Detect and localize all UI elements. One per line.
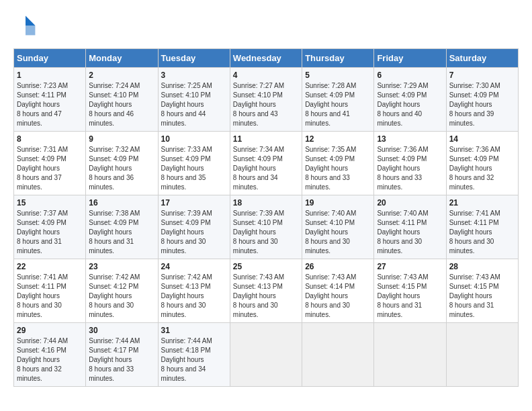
day-number: 26 [305,262,371,271]
day-number: 24 [161,262,227,271]
day-info: Sunrise: 7:41 AMSunset: 4:11 PMDaylight … [449,209,515,256]
day-info: Sunrise: 7:27 AMSunset: 4:10 PMDaylight … [233,81,299,128]
calendar-table: SundayMondayTuesdayWednesdayThursdayFrid… [13,48,519,387]
svg-marker-0 [26,16,35,26]
day-info: Sunrise: 7:36 AMSunset: 4:09 PMDaylight … [377,145,443,192]
day-info: Sunrise: 7:43 AMSunset: 4:15 PMDaylight … [377,273,443,320]
calendar-cell: 4Sunrise: 7:27 AMSunset: 4:10 PMDaylight… [230,68,302,132]
calendar-cell: 7Sunrise: 7:30 AMSunset: 4:09 PMDaylight… [446,68,518,132]
calendar-cell: 26Sunrise: 7:43 AMSunset: 4:14 PMDayligh… [302,259,374,323]
day-number: 9 [89,134,154,144]
day-info: Sunrise: 7:44 AMSunset: 4:18 PMDaylight … [161,336,227,383]
day-info: Sunrise: 7:43 AMSunset: 4:15 PMDaylight … [449,273,515,320]
day-info: Sunrise: 7:29 AMSunset: 4:09 PMDaylight … [377,81,443,128]
day-number: 22 [17,262,83,271]
day-info: Sunrise: 7:44 AMSunset: 4:16 PMDaylight … [17,336,83,383]
day-info: Sunrise: 7:42 AMSunset: 4:13 PMDaylight … [161,273,227,320]
day-info: Sunrise: 7:35 AMSunset: 4:09 PMDaylight … [305,145,371,192]
day-info: Sunrise: 7:43 AMSunset: 4:14 PMDaylight … [305,273,371,320]
calendar-cell [302,323,374,387]
day-number: 13 [377,134,443,144]
day-number: 30 [89,326,154,335]
day-number: 3 [161,71,227,80]
day-info: Sunrise: 7:23 AMSunset: 4:11 PMDaylight … [17,81,83,128]
day-header-tuesday: Tuesday [158,49,230,68]
calendar-cell: 1Sunrise: 7:23 AMSunset: 4:11 PMDaylight… [14,68,86,132]
header-row: SundayMondayTuesdayWednesdayThursdayFrid… [14,49,519,68]
day-header-sunday: Sunday [14,49,86,68]
calendar-cell: 28Sunrise: 7:43 AMSunset: 4:15 PMDayligh… [446,259,518,323]
day-info: Sunrise: 7:41 AMSunset: 4:11 PMDaylight … [17,273,83,320]
calendar-cell: 3Sunrise: 7:25 AMSunset: 4:10 PMDaylight… [158,68,230,132]
day-header-thursday: Thursday [302,49,374,68]
day-number: 16 [89,198,154,208]
calendar-week-5: 29Sunrise: 7:44 AMSunset: 4:16 PMDayligh… [14,323,519,387]
day-info: Sunrise: 7:30 AMSunset: 4:09 PMDaylight … [449,81,515,128]
calendar-cell: 25Sunrise: 7:43 AMSunset: 4:13 PMDayligh… [230,259,302,323]
day-info: Sunrise: 7:34 AMSunset: 4:09 PMDaylight … [233,145,299,192]
day-header-wednesday: Wednesday [230,49,302,68]
calendar-cell: 8Sunrise: 7:31 AMSunset: 4:09 PMDaylight… [14,132,86,195]
logo [13,13,40,38]
calendar-cell: 15Sunrise: 7:37 AMSunset: 4:09 PMDayligh… [14,195,86,259]
calendar-cell [374,323,446,387]
day-info: Sunrise: 7:42 AMSunset: 4:12 PMDaylight … [89,273,154,320]
day-header-monday: Monday [86,49,158,68]
day-number: 12 [305,134,371,144]
day-number: 7 [449,71,515,80]
day-info: Sunrise: 7:31 AMSunset: 4:09 PMDaylight … [17,145,83,192]
day-number: 2 [89,71,154,80]
calendar-cell: 29Sunrise: 7:44 AMSunset: 4:16 PMDayligh… [14,323,86,387]
calendar-cell: 17Sunrise: 7:39 AMSunset: 4:09 PMDayligh… [158,195,230,259]
calendar-cell [230,323,302,387]
day-number: 1 [17,71,83,80]
calendar-cell: 12Sunrise: 7:35 AMSunset: 4:09 PMDayligh… [302,132,374,195]
svg-marker-1 [26,26,35,35]
day-info: Sunrise: 7:33 AMSunset: 4:09 PMDaylight … [161,145,227,192]
day-info: Sunrise: 7:37 AMSunset: 4:09 PMDaylight … [17,209,83,256]
logo-icon [13,13,38,38]
calendar-cell: 27Sunrise: 7:43 AMSunset: 4:15 PMDayligh… [374,259,446,323]
calendar-cell: 19Sunrise: 7:40 AMSunset: 4:10 PMDayligh… [302,195,374,259]
day-info: Sunrise: 7:40 AMSunset: 4:10 PMDaylight … [305,209,371,256]
calendar-week-2: 8Sunrise: 7:31 AMSunset: 4:09 PMDaylight… [14,132,519,195]
day-number: 27 [377,262,443,271]
calendar-cell: 30Sunrise: 7:44 AMSunset: 4:17 PMDayligh… [86,323,158,387]
calendar-cell: 22Sunrise: 7:41 AMSunset: 4:11 PMDayligh… [14,259,86,323]
day-info: Sunrise: 7:39 AMSunset: 4:10 PMDaylight … [233,209,299,256]
calendar-cell: 14Sunrise: 7:36 AMSunset: 4:09 PMDayligh… [446,132,518,195]
calendar-cell: 18Sunrise: 7:39 AMSunset: 4:10 PMDayligh… [230,195,302,259]
day-info: Sunrise: 7:40 AMSunset: 4:11 PMDaylight … [377,209,443,256]
day-number: 6 [377,71,443,80]
calendar-cell: 10Sunrise: 7:33 AMSunset: 4:09 PMDayligh… [158,132,230,195]
day-number: 21 [449,198,515,208]
day-number: 10 [161,134,227,144]
day-info: Sunrise: 7:43 AMSunset: 4:13 PMDaylight … [233,273,299,320]
calendar-week-1: 1Sunrise: 7:23 AMSunset: 4:11 PMDaylight… [14,68,519,132]
day-number: 11 [233,134,299,144]
day-number: 19 [305,198,371,208]
day-info: Sunrise: 7:28 AMSunset: 4:09 PMDaylight … [305,81,371,128]
calendar-cell: 13Sunrise: 7:36 AMSunset: 4:09 PMDayligh… [374,132,446,195]
calendar-cell: 11Sunrise: 7:34 AMSunset: 4:09 PMDayligh… [230,132,302,195]
day-info: Sunrise: 7:25 AMSunset: 4:10 PMDaylight … [161,81,227,128]
day-info: Sunrise: 7:38 AMSunset: 4:09 PMDaylight … [89,209,154,256]
day-number: 14 [449,134,515,144]
day-number: 4 [233,71,299,80]
day-info: Sunrise: 7:24 AMSunset: 4:10 PMDaylight … [89,81,154,128]
calendar-cell: 20Sunrise: 7:40 AMSunset: 4:11 PMDayligh… [374,195,446,259]
day-header-friday: Friday [374,49,446,68]
calendar-week-4: 22Sunrise: 7:41 AMSunset: 4:11 PMDayligh… [14,259,519,323]
calendar-cell: 6Sunrise: 7:29 AMSunset: 4:09 PMDaylight… [374,68,446,132]
day-number: 20 [377,198,443,208]
calendar-cell: 2Sunrise: 7:24 AMSunset: 4:10 PMDaylight… [86,68,158,132]
day-number: 18 [233,198,299,208]
calendar-cell: 9Sunrise: 7:32 AMSunset: 4:09 PMDaylight… [86,132,158,195]
day-header-saturday: Saturday [446,49,518,68]
day-number: 28 [449,262,515,271]
day-number: 8 [17,134,83,144]
calendar-cell: 24Sunrise: 7:42 AMSunset: 4:13 PMDayligh… [158,259,230,323]
day-info: Sunrise: 7:36 AMSunset: 4:09 PMDaylight … [449,145,515,192]
day-info: Sunrise: 7:39 AMSunset: 4:09 PMDaylight … [161,209,227,256]
page-header [13,13,519,38]
